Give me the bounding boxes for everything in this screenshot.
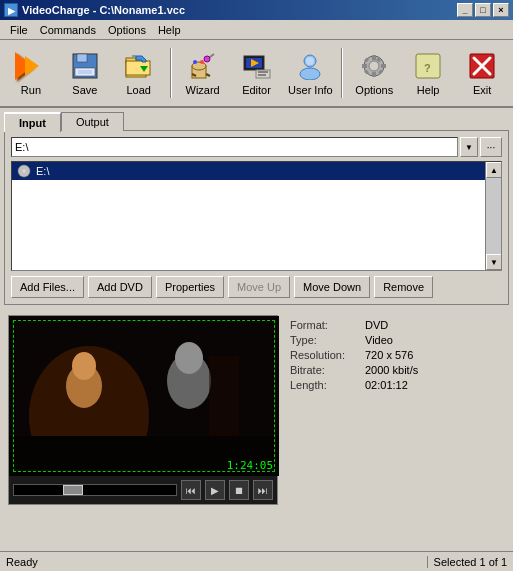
exit-icon [466, 50, 498, 82]
svg-point-42 [23, 170, 25, 172]
length-value: 02:01:12 [365, 379, 408, 391]
path-dropdown-button[interactable]: ▼ [460, 137, 478, 157]
close-button[interactable]: × [493, 3, 509, 17]
run-label: Run [21, 84, 41, 96]
titlebar: ▶ VideoCharge - C:\Noname1.vcc _ □ × [0, 0, 513, 20]
scroll-down-button[interactable]: ▼ [486, 254, 502, 270]
svg-rect-29 [362, 64, 367, 68]
load-label: Load [126, 84, 150, 96]
svg-rect-19 [256, 70, 270, 78]
resolution-label: Resolution: [290, 349, 365, 361]
prev-button[interactable]: ⏮ [181, 480, 201, 500]
status-left: Ready [0, 556, 428, 568]
titlebar-text: VideoCharge - C:\Noname1.vcc [22, 4, 185, 16]
userinfo-label: User Info [288, 84, 333, 96]
editor-icon [241, 50, 273, 82]
maximize-button[interactable]: □ [475, 3, 491, 17]
next-button[interactable]: ⏭ [253, 480, 273, 500]
file-list-scrollbar[interactable]: ▲ ▼ [485, 162, 501, 270]
menu-file[interactable]: File [4, 22, 34, 38]
help-label: Help [417, 84, 440, 96]
seek-thumb[interactable] [63, 485, 83, 495]
menu-help[interactable]: Help [152, 22, 187, 38]
options-label: Options [355, 84, 393, 96]
properties-button[interactable]: Properties [156, 276, 224, 298]
menu-commands[interactable]: Commands [34, 22, 102, 38]
tab-bar: Input Output [4, 112, 509, 131]
dvd-item-icon [16, 164, 32, 178]
wizard-icon [187, 50, 219, 82]
save-label: Save [72, 84, 97, 96]
tab-input[interactable]: Input [4, 112, 61, 132]
svg-point-48 [175, 342, 203, 374]
video-preview: 1:24:05 ⏮ ▶ ⏹ ⏭ [8, 315, 278, 505]
main-area: Input Output ▼ ··· E:\ ▲ ▼ [0, 108, 513, 513]
editor-label: Editor [242, 84, 271, 96]
type-value: Video [365, 334, 393, 346]
add-files-button[interactable]: Add Files... [11, 276, 84, 298]
info-type-row: Type: Video [290, 334, 501, 346]
help-icon: ? [412, 50, 444, 82]
move-up-button[interactable]: Move Up [228, 276, 290, 298]
stop-button[interactable]: ⏹ [229, 480, 249, 500]
options-icon [358, 50, 390, 82]
titlebar-controls[interactable]: _ □ × [457, 3, 509, 17]
svg-rect-30 [381, 64, 386, 68]
wizard-button[interactable]: Wizard [178, 44, 228, 102]
info-panel: Format: DVD Type: Video Resolution: 720 … [286, 315, 505, 505]
run-button[interactable]: Run [6, 44, 56, 102]
titlebar-title: ▶ VideoCharge - C:\Noname1.vcc [4, 3, 185, 17]
userinfo-button[interactable]: User Info [285, 44, 335, 102]
file-list-item[interactable]: E:\ [12, 162, 501, 180]
add-dvd-button[interactable]: Add DVD [88, 276, 152, 298]
tab-output[interactable]: Output [61, 112, 124, 131]
svg-point-24 [306, 57, 314, 65]
scroll-up-button[interactable]: ▲ [486, 162, 502, 178]
userinfo-icon [294, 50, 326, 82]
options-button[interactable]: Options [349, 44, 399, 102]
play-button[interactable]: ▶ [205, 480, 225, 500]
file-list-item-name: E:\ [36, 165, 49, 177]
svg-point-12 [193, 60, 197, 64]
browse-button[interactable]: ··· [480, 137, 502, 157]
remove-button[interactable]: Remove [374, 276, 433, 298]
file-list[interactable]: E:\ ▲ ▼ [11, 161, 502, 271]
video-frame: 1:24:05 [9, 316, 279, 476]
exit-button[interactable]: Exit [457, 44, 507, 102]
preview-area: 1:24:05 ⏮ ▶ ⏹ ⏭ Format: DVD Type: [4, 311, 509, 509]
info-bitrate-row: Bitrate: 2000 kbit/s [290, 364, 501, 376]
info-resolution-row: Resolution: 720 x 576 [290, 349, 501, 361]
length-label: Length: [290, 379, 365, 391]
video-controls: ⏮ ▶ ⏹ ⏭ [9, 476, 277, 504]
load-button[interactable]: Load [114, 44, 164, 102]
scroll-track[interactable] [486, 178, 501, 254]
save-button[interactable]: Save [60, 44, 110, 102]
run-icon [15, 50, 47, 82]
video-content: 1:24:05 [9, 316, 279, 476]
menubar: File Commands Options Help [0, 20, 513, 40]
info-format-row: Format: DVD [290, 319, 501, 331]
status-right: Selected 1 of 1 [428, 556, 513, 568]
toolbar: Run Save Load [0, 40, 513, 108]
format-value: DVD [365, 319, 388, 331]
menu-options[interactable]: Options [102, 22, 152, 38]
video-scene-svg [9, 316, 279, 476]
svg-point-11 [204, 56, 210, 62]
svg-line-15 [206, 74, 210, 76]
minimize-button[interactable]: _ [457, 3, 473, 17]
svg-point-26 [369, 61, 379, 71]
tab-content: ▼ ··· E:\ ▲ ▼ Add Files... Add [4, 130, 509, 305]
svg-rect-27 [372, 55, 376, 60]
move-down-button[interactable]: Move Down [294, 276, 370, 298]
seek-bar[interactable] [13, 484, 177, 496]
app-icon: ▶ [4, 3, 18, 17]
toolbar-separator-1 [170, 48, 172, 98]
editor-button[interactable]: Editor [232, 44, 282, 102]
path-input[interactable] [11, 137, 458, 157]
toolbar-separator-2 [341, 48, 343, 98]
svg-rect-50 [209, 356, 239, 436]
exit-label: Exit [473, 84, 491, 96]
svg-point-46 [72, 352, 96, 380]
statusbar: Ready Selected 1 of 1 [0, 551, 513, 571]
help-button[interactable]: ? Help [403, 44, 453, 102]
